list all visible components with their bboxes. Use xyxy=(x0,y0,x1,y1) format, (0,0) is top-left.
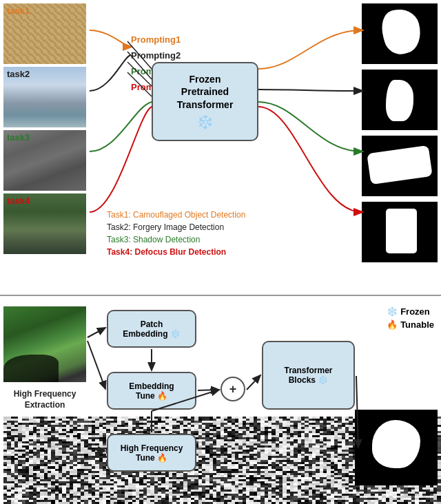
output1-image xyxy=(362,3,438,64)
embed-tune-label: EmbeddingTune 🔥 xyxy=(129,381,174,401)
frozen-legend-icon: ❄️ xyxy=(387,306,398,317)
output3-image xyxy=(362,136,438,196)
hf-tune-label: High FrequencyTune 🔥 xyxy=(121,443,183,463)
frozen-legend-label: Frozen xyxy=(400,306,430,317)
embedding-tune-box: EmbeddingTune 🔥 xyxy=(107,372,196,410)
frozen-icon: ❄️ xyxy=(177,114,234,130)
task3-desc: Task3: Shadow Detection xyxy=(107,235,245,244)
prompting2-label: Prompting2 xyxy=(131,50,181,61)
task2-label: task2 xyxy=(5,68,32,80)
task1-label: task1 xyxy=(5,5,32,17)
transformer-blocks-icon: ❄️ xyxy=(318,375,328,385)
transformer-blocks-box: TransformerBlocks ❄️ xyxy=(262,341,355,410)
task4-image: task4 xyxy=(3,193,86,254)
task4-desc: Task4: Defocus Blur Detection xyxy=(107,247,245,257)
svg-line-11 xyxy=(247,375,260,390)
svg-line-7 xyxy=(198,390,219,390)
output4-image xyxy=(362,202,438,262)
plus-symbol: + xyxy=(220,377,245,401)
task1-image: task1 xyxy=(3,3,86,64)
output-images-container xyxy=(362,3,438,262)
transformer-title: FrozenPretrainedTransformer xyxy=(177,73,234,111)
bottom-section: High FrequencyExtraction PatchEmbedding … xyxy=(0,296,441,504)
tunable-legend-icon: 🔥 xyxy=(387,319,398,330)
tunable-legend-item: 🔥 Tunable xyxy=(387,319,434,330)
task3-image: task3 xyxy=(3,130,86,191)
task3-label: task3 xyxy=(5,132,32,143)
task-images-container: task1 task2 task3 task4 xyxy=(3,3,86,254)
task2-desc: Task2: Forgery Image Detection xyxy=(107,222,245,232)
frozen-transformer-box: FrozenPretrainedTransformer ❄️ xyxy=(152,62,258,141)
output2-image xyxy=(362,70,438,130)
svg-line-4 xyxy=(88,328,105,337)
output-bottom-image xyxy=(355,410,438,485)
hf-tune-box: High FrequencyTune 🔥 xyxy=(107,434,196,472)
task4-label: task4 xyxy=(5,195,32,207)
task-descriptions: Task1: Camouflaged Object Detection Task… xyxy=(107,210,245,257)
hf-tune-icon: 🔥 xyxy=(157,453,167,463)
legend: ❄️ Frozen 🔥 Tunable xyxy=(387,306,434,330)
hf-extraction-label: High FrequencyExtraction xyxy=(3,389,86,410)
main-input-image xyxy=(3,306,86,382)
embed-tune-icon: 🔥 xyxy=(157,391,167,401)
transformer-blocks-label: TransformerBlocks ❄️ xyxy=(284,366,332,385)
task1-desc: Task1: Camouflaged Object Detection xyxy=(107,210,245,220)
task2-image: task2 xyxy=(3,67,86,127)
frozen-legend-item: ❄️ Frozen xyxy=(387,306,434,317)
tunable-legend-label: Tunable xyxy=(400,319,434,330)
patch-embed-label: PatchEmbedding ❄️ xyxy=(123,319,181,339)
patch-embed-icon: ❄️ xyxy=(170,329,181,339)
patch-embedding-box: PatchEmbedding ❄️ xyxy=(107,310,196,348)
svg-line-5 xyxy=(88,341,105,389)
top-section: task1 task2 task3 task4 Prompting1 Promp… xyxy=(0,0,441,296)
prompting1-label: Prompting1 xyxy=(131,34,181,45)
